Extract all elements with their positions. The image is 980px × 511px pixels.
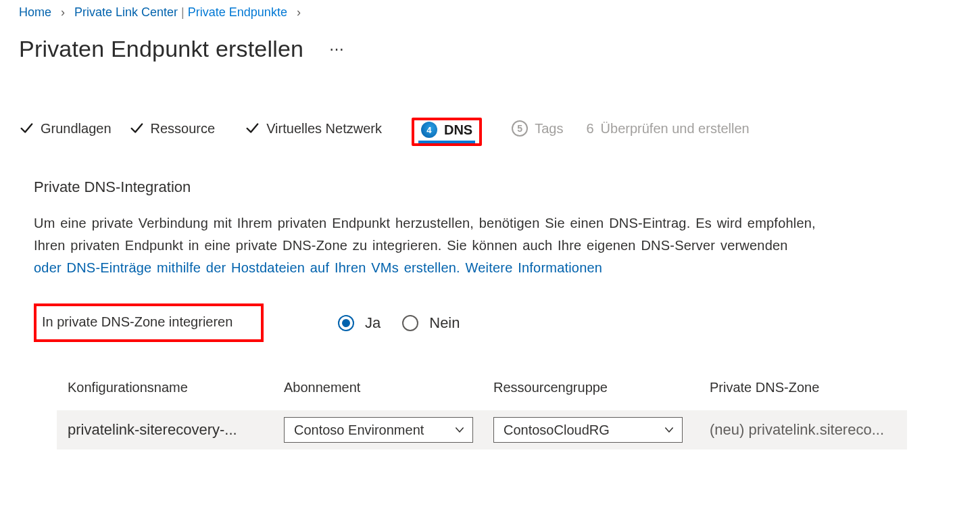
step-label: Überprüfen und erstellen <box>601 121 750 137</box>
breadcrumb-center-link[interactable]: Private Link Center <box>74 5 178 19</box>
radio-no[interactable]: Nein <box>402 314 460 332</box>
radio-icon <box>338 315 354 331</box>
checkmark-icon <box>19 121 34 136</box>
wizard-steps: Grundlagen Ressource Virtuelles Netzwerk… <box>19 118 961 146</box>
step-vnet[interactable]: Virtuelles Netzwerk <box>245 121 382 143</box>
breadcrumb-center[interactable]: Private Link Center | Private Endpunkte <box>74 5 287 20</box>
section-heading: Private DNS-Integration <box>34 178 961 196</box>
cell-resource-group: ContosoCloudRG <box>493 417 710 443</box>
section-description: Um eine private Verbindung mit Ihrem pri… <box>34 212 961 279</box>
step-label: Grundlagen <box>41 121 112 137</box>
step-grundlagen[interactable]: Grundlagen <box>19 121 112 143</box>
col-subscription: Abonnement <box>284 380 493 395</box>
col-rg: Ressourcengruppe <box>493 380 710 395</box>
subscription-select[interactable]: Contoso Environment <box>284 417 473 443</box>
step-number-icon: 4 <box>421 122 437 138</box>
breadcrumb-home[interactable]: Home <box>19 5 51 20</box>
step-dns[interactable]: 4 DNS <box>421 122 472 142</box>
checkmark-icon <box>245 121 260 136</box>
radio-yes-label: Ja <box>365 314 381 332</box>
step-label: Tags <box>535 121 563 137</box>
dns-section: Private DNS-Integration Um eine private … <box>19 178 961 449</box>
chevron-right-icon: › <box>61 5 65 20</box>
cell-dns-zone: (neu) privatelink.sitereco... <box>710 421 926 439</box>
checkmark-icon <box>129 121 144 136</box>
radio-yes[interactable]: Ja <box>338 314 381 332</box>
chevron-right-icon: › <box>297 5 301 20</box>
active-tab-indicator <box>418 141 475 143</box>
highlight-box: 4 DNS <box>412 118 482 146</box>
chevron-down-icon <box>663 424 675 436</box>
step-label: DNS <box>444 122 472 138</box>
step-ressource[interactable]: Ressource <box>129 121 216 143</box>
more-actions-button[interactable]: ⋯ <box>329 41 344 58</box>
chevron-down-icon <box>454 424 466 436</box>
desc-line-2: Ihren privaten Endpunkt in eine private … <box>34 238 788 253</box>
step-review[interactable]: 6 Überprüfen und erstellen <box>586 121 749 143</box>
breadcrumb: Home › Private Link Center | Private End… <box>19 5 961 20</box>
cell-config-name: privatelink-siterecovery-... <box>68 421 284 439</box>
table-header-row: Konfigurationsname Abonnement Ressourcen… <box>57 380 907 395</box>
radio-no-label: Nein <box>429 314 460 332</box>
select-value: ContosoCloudRG <box>504 422 610 438</box>
desc-line-1: Um eine private Verbindung mit Ihrem pri… <box>34 216 816 230</box>
table-row: privatelink-siterecovery-... Contoso Env… <box>57 410 907 449</box>
breadcrumb-endpoints-link[interactable]: Private Endpunkte <box>188 5 287 19</box>
page-title: Privaten Endpunkt erstellen <box>19 36 303 62</box>
dns-config-table: Konfigurationsname Abonnement Ressourcen… <box>34 380 961 449</box>
step-label: Virtuelles Netzwerk <box>266 121 382 137</box>
step-number-text: 6 <box>586 121 593 137</box>
integrate-dns-label: In private DNS-Zone integrieren <box>34 303 264 342</box>
step-label: Ressource <box>151 121 216 137</box>
radio-icon <box>402 315 418 331</box>
step-tags[interactable]: 5 Tags <box>512 120 563 143</box>
col-zone: Private DNS-Zone <box>710 380 926 395</box>
select-value: Contoso Environment <box>294 422 424 438</box>
cell-subscription: Contoso Environment <box>284 417 493 443</box>
resource-group-select[interactable]: ContosoCloudRG <box>493 417 683 443</box>
integrate-dns-radio-group: Ja Nein <box>338 314 460 332</box>
col-config: Konfigurationsname <box>68 380 284 395</box>
learn-more-link[interactable]: oder DNS-Einträge mithilfe der Hostdatei… <box>34 260 602 275</box>
step-number-icon: 5 <box>512 120 528 137</box>
